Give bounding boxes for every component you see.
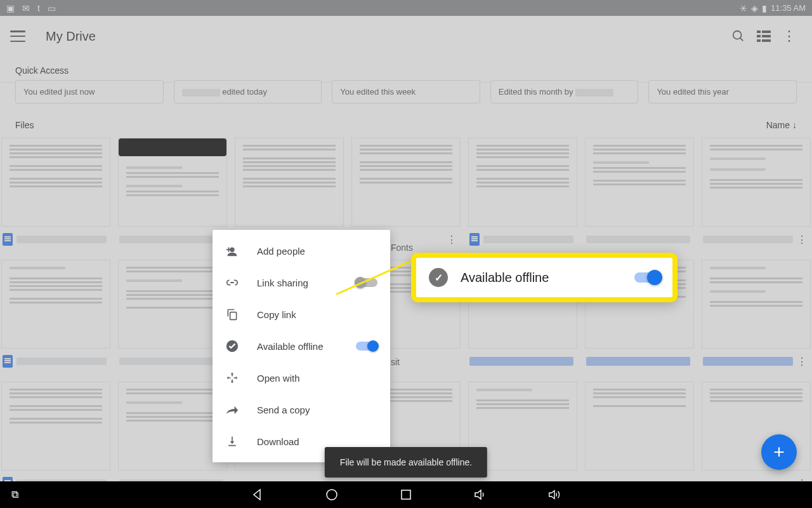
hamburger-menu-icon[interactable]: [10, 30, 25, 42]
more-vert-icon[interactable]: ⋮: [776, 23, 802, 49]
available-offline-toggle[interactable]: [356, 342, 377, 351]
file-title-redacted: [586, 236, 690, 243]
file-item[interactable]: ⋮: [702, 138, 811, 252]
docs-icon: [469, 233, 480, 246]
menu-label: Copy link: [257, 309, 377, 320]
sort-arrow-down-icon: ↓: [792, 120, 797, 130]
file-item[interactable]: [1, 382, 110, 496]
file-item[interactable]: [1, 260, 110, 374]
menu-label: Download: [257, 436, 377, 447]
quick-card[interactable]: You edited this week: [332, 80, 480, 104]
file-item[interactable]: [468, 382, 577, 496]
volume-down-icon[interactable]: [473, 488, 487, 502]
file-more-icon[interactable]: ⋮: [797, 356, 807, 368]
wifi-icon: ◈: [751, 3, 758, 13]
back-button[interactable]: [251, 488, 265, 502]
svg-rect-8: [230, 312, 237, 320]
svg-rect-4: [757, 35, 761, 37]
file-item[interactable]: [118, 260, 227, 374]
sort-button[interactable]: Name ↓: [766, 120, 797, 130]
file-more-icon[interactable]: ⋮: [447, 234, 457, 246]
copy-icon: [225, 307, 239, 321]
callout-available-offline: ✓ Available offline: [411, 253, 678, 302]
file-title-redacted: [16, 358, 107, 365]
menu-label: Send a copy: [257, 404, 377, 415]
mail-icon: ✉: [22, 3, 30, 13]
view-list-icon[interactable]: [751, 23, 776, 49]
file-title-redacted: [483, 236, 573, 243]
share-arrow-icon: [225, 403, 239, 417]
redacted-author: [182, 89, 220, 97]
file-context-menu: Add people Link sharing Copy link Availa…: [213, 230, 390, 462]
file-item[interactable]: ⋮: [702, 260, 811, 374]
download-icon: [225, 434, 239, 448]
svg-line-1: [740, 38, 743, 41]
fab-add-button[interactable]: +: [761, 434, 797, 470]
file-item[interactable]: [118, 138, 227, 252]
partial-label: sit: [391, 357, 400, 367]
callout-label: Available offline: [461, 271, 622, 285]
volume-up-icon[interactable]: [547, 488, 561, 502]
gallery-icon: ▣: [6, 3, 15, 13]
menu-add-people[interactable]: Add people: [213, 235, 390, 267]
svg-rect-7: [762, 39, 771, 42]
quick-access-cards: You edited just now edited today You edi…: [0, 80, 812, 111]
menu-label: Add people: [257, 246, 377, 257]
file-title-redacted: [469, 357, 573, 366]
status-clock: 11:35 AM: [771, 3, 806, 13]
svg-rect-2: [757, 30, 761, 33]
screenshot-icon[interactable]: ⧉: [11, 489, 18, 500]
svg-point-0: [733, 31, 742, 39]
quick-card[interactable]: You edited just now: [15, 80, 164, 104]
recents-button[interactable]: [399, 488, 413, 502]
redacted-author: [575, 89, 613, 97]
files-label: Files: [15, 120, 34, 130]
file-title-redacted: [586, 357, 690, 366]
file-title-redacted: [703, 236, 793, 243]
file-item[interactable]: [118, 382, 227, 496]
file-title-redacted: [119, 236, 223, 243]
person-add-icon: [225, 244, 239, 258]
tumblr-icon: t: [37, 3, 40, 13]
menu-send-copy[interactable]: Send a copy: [213, 394, 390, 425]
menu-open-with[interactable]: Open with: [213, 362, 390, 394]
menu-available-offline[interactable]: Available offline: [213, 330, 390, 362]
docs-icon: [3, 233, 13, 246]
svg-rect-11: [402, 490, 410, 499]
svg-rect-6: [757, 39, 761, 42]
app-bar: My Drive ⋮: [0, 16, 812, 57]
sort-label-text: Name: [766, 120, 790, 130]
search-icon[interactable]: [726, 23, 751, 49]
file-title-redacted: [119, 358, 223, 365]
menu-copy-link[interactable]: Copy link: [213, 298, 390, 330]
docs-icon: [3, 355, 13, 368]
file-item[interactable]: ⋮: [702, 382, 811, 496]
quick-card[interactable]: edited today: [174, 80, 322, 104]
android-status-bar: ▣ ✉ t ▭ ⚹ ◈ ▮ 11:35 AM: [0, 0, 812, 16]
file-item[interactable]: [1, 138, 110, 252]
bluetooth-icon: ⚹: [740, 3, 747, 13]
open-with-icon: [225, 371, 239, 385]
file-item[interactable]: [468, 138, 577, 252]
menu-label: Link sharing: [257, 277, 338, 288]
android-nav-bar: ⧉: [0, 481, 812, 508]
files-header: Files Name ↓: [0, 111, 812, 138]
file-grid: Fonts⋮ ⋮ sit ⋮: [0, 138, 812, 496]
image-icon: ▭: [48, 3, 56, 13]
quick-card[interactable]: Edited this month by: [490, 80, 639, 104]
menu-label: Available offline: [257, 341, 338, 352]
file-title-redacted: [703, 357, 793, 366]
svg-rect-5: [762, 35, 771, 37]
snackbar-toast: File will be made available offline.: [325, 447, 487, 478]
offline-check-icon: ✓: [429, 268, 448, 287]
battery-icon: ▮: [762, 3, 767, 13]
quick-access-header: Quick Access: [0, 57, 812, 83]
menu-label: Open with: [257, 373, 377, 384]
file-item[interactable]: [585, 138, 694, 252]
quick-card[interactable]: You edited this year: [648, 80, 797, 104]
home-button[interactable]: [325, 488, 339, 502]
file-item[interactable]: [585, 382, 694, 496]
file-more-icon[interactable]: ⋮: [797, 234, 807, 246]
callout-toggle-on[interactable]: [634, 272, 660, 283]
file-title-redacted: [16, 236, 107, 243]
